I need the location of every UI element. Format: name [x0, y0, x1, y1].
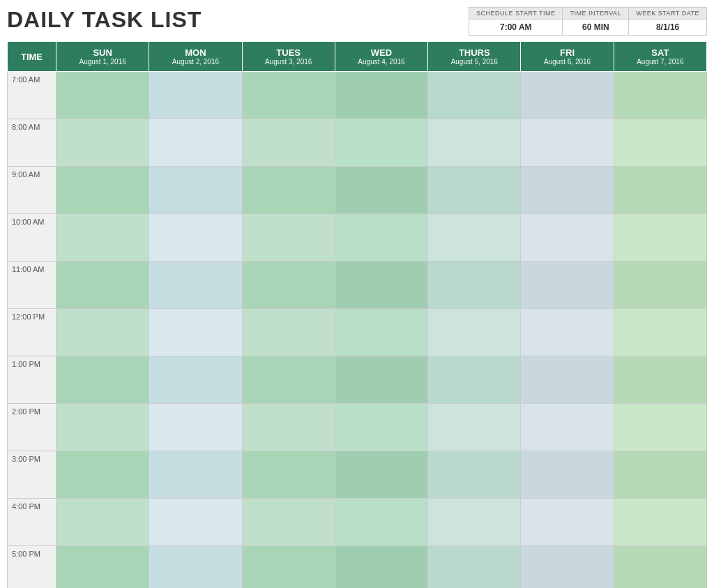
time-label: 7:00 AM — [8, 72, 56, 119]
task-cell-wed[interactable] — [335, 404, 427, 451]
task-cell-thurs[interactable] — [428, 356, 521, 404]
task-cell-mon[interactable] — [149, 546, 242, 589]
task-cell-sat[interactable] — [614, 119, 706, 167]
task-cell-tues[interactable] — [242, 119, 335, 167]
task-cell-tues[interactable] — [242, 451, 335, 499]
page-title: DAILY TASK LIST — [7, 7, 202, 33]
task-cell-sun[interactable] — [56, 404, 149, 451]
task-cell-thurs[interactable] — [428, 546, 521, 589]
task-cell-tues[interactable] — [242, 546, 335, 589]
task-cell-sat[interactable] — [614, 262, 706, 309]
task-cell-fri[interactable] — [521, 167, 614, 214]
task-cell-sun[interactable] — [56, 214, 149, 262]
task-cell-fri[interactable] — [521, 451, 614, 499]
time-label: 5:00 PM — [8, 546, 56, 589]
task-cell-thurs[interactable] — [428, 499, 521, 546]
schedule-table: TIMESUNAugust 1, 2016MONAugust 2, 2016TU… — [7, 41, 707, 588]
task-cell-wed[interactable] — [335, 499, 427, 546]
task-cell-wed[interactable] — [335, 309, 427, 356]
task-cell-sat[interactable] — [614, 72, 706, 119]
task-cell-fri[interactable] — [521, 356, 614, 404]
task-cell-tues[interactable] — [242, 262, 335, 309]
task-cell-tues[interactable] — [242, 356, 335, 404]
task-cell-mon[interactable] — [149, 119, 242, 167]
schedule-row: 12:00 PM — [8, 309, 707, 356]
task-cell-tues[interactable] — [242, 499, 335, 546]
task-cell-thurs[interactable] — [428, 214, 521, 262]
schedule-row: 7:00 AM — [8, 72, 707, 119]
task-cell-fri[interactable] — [521, 499, 614, 546]
task-cell-tues[interactable] — [242, 214, 335, 262]
time-col-label: TIME — [10, 52, 53, 62]
time-interval-label: TIME INTERVAL — [563, 8, 629, 20]
task-cell-tues[interactable] — [242, 404, 335, 451]
task-cell-thurs[interactable] — [428, 72, 521, 119]
task-cell-mon[interactable] — [149, 167, 242, 214]
task-cell-sun[interactable] — [56, 546, 149, 589]
task-cell-wed[interactable] — [335, 262, 427, 309]
col-header-fri: FRIAugust 6, 2016 — [521, 42, 614, 72]
task-cell-wed[interactable] — [335, 451, 427, 499]
task-cell-sat[interactable] — [614, 404, 706, 451]
task-cell-mon[interactable] — [149, 451, 242, 499]
col-header-mon: MONAugust 2, 2016 — [149, 42, 242, 72]
task-cell-tues[interactable] — [242, 167, 335, 214]
col-header-tues: TUESAugust 3, 2016 — [242, 42, 335, 72]
task-cell-mon[interactable] — [149, 356, 242, 404]
task-cell-sat[interactable] — [614, 451, 706, 499]
col-header-sun: SUNAugust 1, 2016 — [56, 42, 149, 72]
task-cell-wed[interactable] — [335, 167, 427, 214]
task-cell-mon[interactable] — [149, 499, 242, 546]
task-cell-tues[interactable] — [242, 309, 335, 356]
task-cell-sun[interactable] — [56, 451, 149, 499]
task-cell-sun[interactable] — [56, 309, 149, 356]
task-cell-fri[interactable] — [521, 214, 614, 262]
task-cell-sat[interactable] — [614, 309, 706, 356]
task-cell-wed[interactable] — [335, 546, 427, 589]
task-cell-wed[interactable] — [335, 119, 427, 167]
schedule-start-time-label: SCHEDULE START TIME — [469, 8, 563, 20]
time-label: 8:00 AM — [8, 119, 56, 167]
task-cell-sat[interactable] — [614, 167, 706, 214]
task-cell-fri[interactable] — [521, 262, 614, 309]
task-cell-sat[interactable] — [614, 356, 706, 404]
task-cell-sun[interactable] — [56, 356, 149, 404]
task-cell-sun[interactable] — [56, 262, 149, 309]
task-cell-thurs[interactable] — [428, 404, 521, 451]
time-label: 11:00 AM — [8, 262, 56, 309]
task-cell-wed[interactable] — [335, 72, 427, 119]
week-start-date-label: WEEK START DATE — [629, 8, 707, 20]
col-header-thurs: THURSAugust 5, 2016 — [428, 42, 521, 72]
task-cell-sun[interactable] — [56, 499, 149, 546]
task-cell-thurs[interactable] — [428, 119, 521, 167]
task-cell-sat[interactable] — [614, 546, 706, 589]
task-cell-fri[interactable] — [521, 546, 614, 589]
task-cell-mon[interactable] — [149, 72, 242, 119]
time-label: 4:00 PM — [8, 499, 56, 546]
task-cell-sat[interactable] — [614, 214, 706, 262]
schedule-row: 1:00 PM — [8, 356, 707, 404]
task-cell-thurs[interactable] — [428, 167, 521, 214]
task-cell-fri[interactable] — [521, 119, 614, 167]
task-cell-thurs[interactable] — [428, 309, 521, 356]
task-cell-mon[interactable] — [149, 404, 242, 451]
task-cell-fri[interactable] — [521, 72, 614, 119]
task-cell-fri[interactable] — [521, 404, 614, 451]
task-cell-thurs[interactable] — [428, 262, 521, 309]
schedule-row: 8:00 AM — [8, 119, 707, 167]
task-cell-thurs[interactable] — [428, 451, 521, 499]
schedule-row: 10:00 AM — [8, 214, 707, 262]
task-cell-sun[interactable] — [56, 119, 149, 167]
time-label: 10:00 AM — [8, 214, 56, 262]
task-cell-mon[interactable] — [149, 214, 242, 262]
task-cell-mon[interactable] — [149, 262, 242, 309]
task-cell-sat[interactable] — [614, 499, 706, 546]
task-cell-mon[interactable] — [149, 309, 242, 356]
task-cell-wed[interactable] — [335, 356, 427, 404]
task-cell-tues[interactable] — [242, 72, 335, 119]
task-cell-wed[interactable] — [335, 214, 427, 262]
task-cell-sun[interactable] — [56, 72, 149, 119]
task-cell-sun[interactable] — [56, 167, 149, 214]
task-cell-fri[interactable] — [521, 309, 614, 356]
time-interval-value: 60 MIN — [563, 20, 629, 36]
